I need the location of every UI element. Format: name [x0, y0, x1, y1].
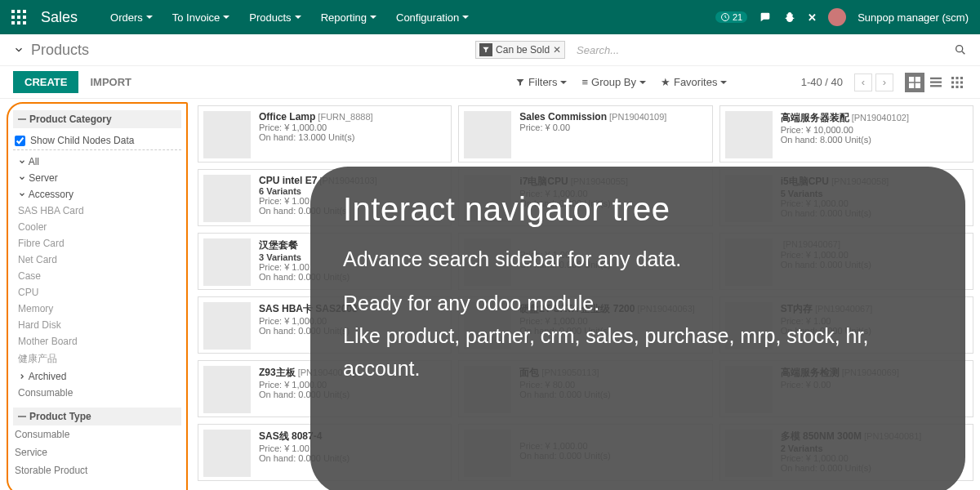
chip-remove-icon[interactable]: ✕ [553, 44, 561, 56]
overlay-line: Ready for any odoo module. [343, 287, 933, 319]
search-filter-chip[interactable]: Can be Sold ✕ [475, 41, 565, 59]
tree-consumable[interactable]: Consumable [13, 385, 181, 401]
caret-down-icon [295, 16, 301, 19]
activity-badge[interactable]: 21 [715, 11, 747, 23]
svg-rect-6 [11, 21, 15, 24]
product-thumb [203, 366, 251, 413]
brand[interactable]: Sales [41, 9, 78, 26]
overlay-title: Interact navigator tree [343, 191, 933, 228]
menu-orders[interactable]: Orders [110, 11, 153, 24]
tree-leaf[interactable]: Case [13, 268, 181, 284]
breadcrumb-bar: Products Can be Sold ✕ Search... [0, 34, 980, 66]
tree-all[interactable]: All [13, 154, 181, 170]
product-price: Price: ¥ 1,000.00 [259, 122, 373, 132]
product-thumb [725, 111, 773, 158]
page-title: Products [31, 42, 89, 59]
type-storable[interactable]: Storable Product [13, 461, 181, 479]
pager-range[interactable]: 1-40 / 40 [801, 76, 843, 88]
caret-down-icon [462, 16, 469, 19]
type-consumable[interactable]: Consumable [13, 425, 181, 443]
svg-rect-12 [915, 77, 920, 82]
chevron-down-icon[interactable] [13, 44, 24, 56]
tree-leaf[interactable]: Net Card [13, 252, 181, 268]
product-title: Sales Commission[PN19040109] [519, 111, 666, 122]
svg-rect-7 [17, 21, 20, 24]
tree-leaf[interactable]: SAS HBA Card [13, 203, 181, 219]
product-category-header[interactable]: Product Category [13, 110, 181, 128]
bug-icon[interactable] [783, 11, 796, 24]
svg-rect-22 [956, 81, 958, 83]
tree-cpu[interactable]: CPU [13, 284, 181, 301]
svg-rect-16 [930, 81, 942, 82]
tree-leaf[interactable]: Fibre Card [13, 235, 181, 252]
user-name[interactable]: Sunpop manager (scm) [858, 11, 969, 24]
svg-rect-21 [951, 81, 954, 83]
menu-products[interactable]: Products [249, 11, 301, 24]
search-input[interactable]: Search... [577, 44, 619, 56]
overlay-line: Like product, partner, crm, sales, purch… [343, 319, 933, 385]
funnel-icon [479, 43, 492, 56]
product-title: 高端服务器装配[PN19040102] [781, 111, 909, 125]
svg-rect-0 [11, 10, 15, 13]
product-thumb [203, 111, 251, 158]
svg-rect-26 [960, 85, 963, 87]
svg-rect-18 [951, 77, 954, 79]
tree-motherboard[interactable]: Mother Board [13, 333, 181, 350]
svg-rect-3 [11, 16, 15, 19]
tree-accessory[interactable]: Accessory [13, 186, 181, 203]
tree-health[interactable]: 健康产品 [13, 350, 181, 368]
svg-rect-15 [930, 77, 942, 78]
marketing-overlay: Interact navigator tree Advance search s… [310, 167, 965, 490]
menu-configuration[interactable]: Configuration [396, 11, 469, 24]
collapse-icon [18, 416, 26, 417]
view-list-button[interactable] [926, 73, 946, 92]
apps-icon[interactable] [11, 10, 26, 24]
svg-rect-14 [915, 82, 920, 87]
top-menu: Orders To Invoice Products Reporting Con… [110, 11, 715, 24]
tree-leaf[interactable]: Cooler [13, 219, 181, 235]
filters-button[interactable]: Filters [515, 76, 567, 88]
star-icon: ★ [661, 76, 670, 88]
product-price: Price: ¥ 10,000.00 [781, 125, 909, 135]
svg-rect-20 [960, 77, 963, 79]
product-onhand: On hand: 8.000 Unit(s) [781, 135, 909, 145]
create-button[interactable]: CREATE [13, 71, 78, 93]
product-type-header[interactable]: Product Type [13, 408, 181, 425]
collapse-icon [18, 118, 26, 120]
caret-down-icon [370, 16, 376, 19]
product-sku: [PN19040102] [852, 113, 909, 122]
caret-down-icon [146, 16, 153, 19]
tree-memory[interactable]: Memory [13, 301, 181, 317]
tree-archived[interactable]: Archived [13, 368, 181, 385]
product-card[interactable]: Sales Commission[PN19040109] Price: ¥ 0.… [458, 105, 712, 163]
svg-rect-1 [17, 10, 20, 13]
product-thumb [203, 238, 251, 286]
tree-harddisk[interactable]: Hard Disk [13, 317, 181, 333]
menu-reporting[interactable]: Reporting [321, 11, 376, 24]
product-thumb [203, 302, 251, 350]
svg-rect-25 [956, 85, 958, 87]
search-icon[interactable] [954, 43, 967, 56]
type-service[interactable]: Service [13, 443, 181, 461]
product-card[interactable]: 高端服务器装配[PN19040102] Price: ¥ 10,000.00 O… [719, 105, 973, 163]
close-icon[interactable]: ✕ [808, 11, 817, 24]
product-title: Office Lamp[FURN_8888] [259, 111, 373, 122]
discuss-icon[interactable] [759, 11, 772, 24]
tree-server[interactable]: Server [13, 170, 181, 186]
favorites-button[interactable]: ★Favorites [661, 76, 727, 88]
pager-prev-button[interactable]: ‹ [854, 74, 872, 91]
avatar[interactable] [828, 8, 846, 26]
view-grid-button[interactable] [947, 73, 967, 92]
menu-to-invoice[interactable]: To Invoice [172, 11, 230, 24]
product-onhand: On hand: 13.000 Unit(s) [259, 132, 373, 142]
view-kanban-button[interactable] [905, 73, 924, 92]
product-card[interactable]: Office Lamp[FURN_8888] Price: ¥ 1,000.00… [198, 105, 452, 163]
pager-next-button[interactable]: › [875, 74, 893, 91]
product-thumb [203, 175, 251, 222]
svg-rect-24 [951, 85, 954, 87]
import-button[interactable]: IMPORT [90, 76, 131, 88]
overlay-line: Advance search sidebar for any data. [343, 243, 933, 275]
groupby-button[interactable]: ≡Group By [581, 76, 646, 88]
show-child-nodes-checkbox[interactable]: Show Child Nodes Data [13, 131, 181, 150]
product-sku: [PN19040109] [609, 112, 666, 122]
